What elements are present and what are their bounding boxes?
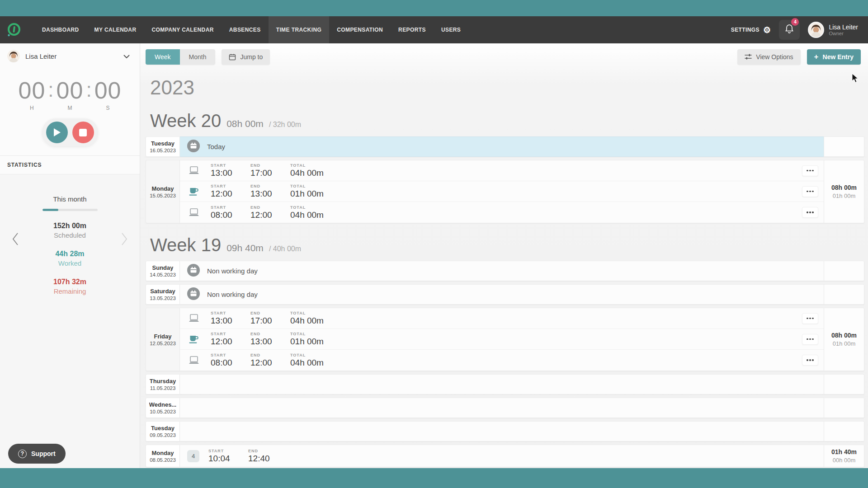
timer-hours: 00 — [19, 77, 46, 104]
day-row: Saturday13.05.2023Non working day — [146, 284, 864, 305]
entry-end: END12:00 — [250, 205, 290, 220]
notifications-button[interactable]: 4 — [779, 20, 800, 40]
entry-start: START08:00 — [211, 353, 250, 368]
scheduled-label: Scheduled — [54, 231, 86, 239]
day-date: 12.05.2023 — [150, 341, 176, 346]
entry-options-button[interactable] — [802, 207, 818, 218]
year-heading: 2023 — [150, 76, 864, 99]
ellipsis-icon — [812, 191, 814, 192]
entry-total: TOTAL04h 00m — [290, 311, 349, 326]
day-body — [180, 421, 824, 441]
day-total-cell — [824, 261, 864, 281]
time-entry-row[interactable]: START13:00END17:00TOTAL04h 00m — [180, 308, 824, 329]
laptop-icon — [188, 356, 200, 365]
nav-item-my-calendar[interactable]: MY CALENDAR — [87, 16, 144, 43]
day-date: 11.05.2023 — [150, 385, 176, 391]
day-total-cell: 01h 40m00h 00m — [824, 445, 864, 467]
day-body: START13:00END17:00TOTAL04h 00mSTART12:00… — [180, 308, 824, 371]
nav-item-reports[interactable]: REPORTS — [391, 16, 434, 43]
entry-end-label: END — [250, 353, 290, 357]
ellipsis-icon — [809, 338, 811, 340]
support-button[interactable]: ? Support — [8, 444, 66, 464]
calendar-badge — [187, 140, 200, 154]
entry-options-button[interactable] — [802, 334, 818, 345]
start-timer-button[interactable] — [46, 122, 68, 143]
ellipsis-icon — [812, 338, 814, 340]
user-menu[interactable]: Lisa Leiter Owner — [808, 22, 858, 38]
avatar — [808, 22, 824, 38]
day-total-cell — [824, 284, 864, 305]
nav-item-time-tracking[interactable]: TIME TRACKING — [269, 16, 330, 43]
week-scheduled-total: / 40h 00m — [269, 245, 301, 253]
entry-options-button[interactable] — [802, 313, 818, 324]
gear-icon: ⚙ — [763, 26, 771, 34]
time-entry-row[interactable]: START13:00END17:00TOTAL04h 00m — [180, 160, 824, 181]
user-name: Lisa Leiter — [829, 23, 858, 31]
time-entry-row[interactable]: START08:00END12:00TOTAL04h 00m — [180, 202, 824, 223]
entry-options-button[interactable] — [802, 165, 818, 176]
month-progress-bar — [42, 209, 98, 211]
entry-end-label: END — [250, 311, 290, 315]
week-view-button[interactable]: Week — [146, 49, 180, 65]
app-logo-icon — [6, 22, 22, 38]
entry-start: START10:04 — [208, 449, 248, 464]
nav-item-users[interactable]: USERS — [434, 16, 468, 43]
day-total-cell — [824, 421, 864, 441]
time-entry-row[interactable]: 4START10:04END12:40 — [180, 445, 824, 467]
support-label: Support — [31, 450, 56, 457]
day-body: START13:00END17:00TOTAL04h 00mSTART12:00… — [180, 160, 824, 223]
entry-end-value: 13:00 — [250, 337, 290, 347]
nav-item-absences[interactable]: ABSENCES — [222, 16, 269, 43]
new-entry-button[interactable]: + New Entry — [807, 49, 861, 65]
settings-button[interactable]: SETTINGS ⚙ — [731, 26, 771, 34]
nav-item-company-calendar[interactable]: COMPANY CALENDAR — [144, 16, 221, 43]
entry-end: END17:00 — [250, 163, 290, 178]
time-entry-row[interactable]: START12:00END13:00TOTAL01h 00m — [180, 329, 824, 350]
ellipsis-icon — [812, 359, 814, 361]
entry-start: START13:00 — [211, 311, 250, 326]
employee-selector[interactable]: Lisa Leiter — [0, 43, 140, 67]
ellipsis-icon — [809, 191, 811, 192]
top-accent-bar — [0, 0, 868, 16]
entry-options-button[interactable] — [802, 355, 818, 366]
jump-to-button[interactable]: Jump to — [222, 49, 270, 65]
day-label-cell: Saturday13.05.2023 — [146, 284, 180, 305]
time-entry-row[interactable]: START08:00END12:00TOTAL04h 00m — [180, 350, 824, 371]
day-name: Tuesday — [151, 425, 175, 432]
previous-period-button[interactable] — [12, 232, 19, 247]
time-entry-row[interactable]: START12:00END13:00TOTAL01h 00m — [180, 181, 824, 202]
timer-controls — [42, 118, 98, 146]
day-body — [180, 398, 824, 418]
bottom-accent-bar — [0, 468, 868, 488]
bell-icon — [785, 24, 794, 34]
next-period-button[interactable] — [121, 232, 128, 247]
day-total-break: 01h 00m — [833, 340, 856, 347]
day-note: Non working day — [207, 267, 258, 275]
nav-item-dashboard[interactable]: DASHBOARD — [34, 16, 87, 43]
nav-menu: DASHBOARDMY CALENDARCOMPANY CALENDARABSE… — [34, 16, 468, 43]
play-icon — [53, 128, 61, 137]
stop-timer-button[interactable] — [72, 122, 94, 143]
day-total-break: 01h 00m — [833, 192, 856, 199]
week-heading: Week 2008h 00m/ 32h 00m — [150, 111, 864, 131]
day-total-cell: 08h 00m01h 00m — [824, 160, 864, 223]
month-view-button[interactable]: Month — [180, 49, 216, 65]
timer-display: 00 H : 00 M : 00 S — [0, 77, 140, 111]
entry-end: END13:00 — [250, 184, 290, 199]
day-name: Monday — [151, 185, 174, 192]
ellipsis-icon — [807, 338, 808, 340]
entry-options-button[interactable] — [802, 186, 818, 197]
week-title: Week 20 — [150, 111, 221, 131]
timer-seconds: 00 — [94, 77, 122, 104]
nav-item-compensation[interactable]: COMPENSATION — [329, 16, 391, 43]
laptop-icon-wrap — [187, 166, 201, 175]
worked-label: Worked — [58, 259, 81, 267]
chevron-down-icon[interactable] — [122, 50, 132, 62]
main-navigation: DASHBOARDMY CALENDARCOMPANY CALENDARABSE… — [0, 16, 868, 43]
entry-start-label: START — [211, 332, 250, 336]
ellipsis-icon — [812, 211, 814, 213]
coffee-icon-wrap — [187, 187, 201, 196]
view-options-button[interactable]: View Options — [737, 49, 800, 65]
day-date: 09.05.2023 — [150, 432, 176, 438]
new-entry-label: New Entry — [823, 53, 854, 61]
